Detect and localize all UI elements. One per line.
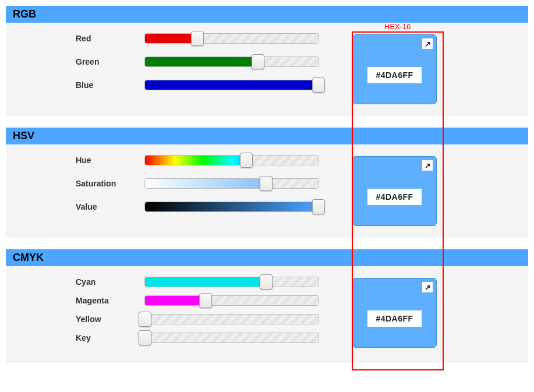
slider-thumb-red[interactable]: [191, 31, 204, 46]
hex-value[interactable]: #4DA6FF: [367, 189, 421, 205]
slider-row-magenta: Magenta: [76, 295, 352, 306]
slider-row-red: Red: [76, 33, 352, 44]
slider-fill-red: [145, 34, 197, 43]
slider-hue[interactable]: [144, 155, 319, 165]
section-title-rgb: RGB: [6, 6, 528, 23]
slider-row-yellow: Yellow: [76, 314, 352, 324]
slider-yellow[interactable]: [144, 314, 319, 324]
slider-magenta[interactable]: [144, 295, 319, 306]
slider-thumb-yellow[interactable]: [139, 312, 151, 327]
slider-thumb-hue[interactable]: [240, 153, 253, 168]
slider-label-hue: Hue: [76, 156, 144, 165]
sliders-col-hsv: HueSaturationValue: [6, 155, 352, 226]
slider-blue[interactable]: [144, 80, 319, 90]
section-body-cmyk: CyanMagentaYellowKey↗#4DA6FF: [6, 266, 528, 351]
swatch-col-rgb: ↗#4DA6FF: [352, 33, 457, 104]
section-body-hsv: HueSaturationValue↗#4DA6FF: [6, 144, 528, 226]
slider-thumb-value[interactable]: [312, 199, 325, 214]
section-rgb: RGBRedGreenBlue↗#4DA6FF: [6, 6, 528, 116]
slider-row-green: Green: [76, 56, 352, 67]
slider-row-saturation: Saturation: [76, 178, 352, 189]
slider-row-cyan: Cyan: [76, 277, 352, 287]
swatch-col-hsv: ↗#4DA6FF: [352, 155, 457, 226]
slider-fill-green: [145, 57, 258, 66]
slider-track: [145, 333, 319, 342]
slider-thumb-magenta[interactable]: [199, 293, 212, 308]
expand-icon[interactable]: ↗: [422, 282, 433, 292]
slider-label-red: Red: [76, 34, 144, 43]
slider-thumb-saturation[interactable]: [260, 176, 273, 191]
slider-thumb-blue[interactable]: [312, 77, 325, 93]
slider-fill-magenta: [145, 296, 206, 305]
slider-label-value: Value: [76, 202, 144, 211]
section-body-rgb: RedGreenBlue↗#4DA6FF: [6, 23, 528, 104]
slider-thumb-green[interactable]: [252, 54, 264, 69]
slider-label-magenta: Magenta: [76, 296, 144, 305]
slider-label-saturation: Saturation: [76, 179, 144, 188]
slider-fill-cyan: [145, 277, 266, 287]
slider-label-green: Green: [76, 57, 144, 66]
slider-row-key: Key: [76, 333, 352, 343]
expand-icon[interactable]: ↗: [422, 38, 433, 49]
color-swatch: ↗#4DA6FF: [352, 278, 437, 348]
slider-key[interactable]: [144, 333, 319, 343]
sliders-col-rgb: RedGreenBlue: [6, 33, 352, 104]
color-swatch: ↗#4DA6FF: [352, 34, 437, 104]
slider-fill-hue: [145, 156, 246, 165]
slider-gradient-value: [145, 202, 319, 211]
color-swatch: ↗#4DA6FF: [352, 156, 437, 226]
slider-fill-saturation: [145, 179, 266, 188]
section-hsv: HSVHueSaturationValue↗#4DA6FF: [6, 128, 528, 238]
slider-row-value: Value: [76, 202, 352, 212]
slider-value[interactable]: [144, 202, 319, 212]
slider-thumb-key[interactable]: [139, 330, 151, 345]
section-title-hsv: HSV: [6, 128, 528, 144]
slider-track: [145, 315, 319, 324]
expand-icon[interactable]: ↗: [422, 160, 433, 171]
swatch-col-cmyk: ↗#4DA6FF: [352, 277, 457, 351]
slider-saturation[interactable]: [144, 178, 319, 189]
hex-value[interactable]: #4DA6FF: [367, 67, 421, 83]
hex-value[interactable]: #4DA6FF: [367, 310, 421, 327]
slider-label-cyan: Cyan: [76, 277, 144, 287]
slider-fill-blue: [145, 80, 319, 90]
slider-row-hue: Hue: [76, 155, 352, 165]
sliders-col-cmyk: CyanMagentaYellowKey: [6, 277, 352, 351]
slider-green[interactable]: [144, 56, 319, 67]
slider-row-blue: Blue: [76, 80, 352, 90]
slider-label-blue: Blue: [76, 80, 144, 90]
slider-cyan[interactable]: [144, 277, 319, 287]
slider-label-key: Key: [76, 333, 144, 342]
slider-thumb-cyan[interactable]: [260, 274, 273, 289]
section-title-cmyk: CMYK: [6, 249, 528, 266]
section-cmyk: CMYKCyanMagentaYellowKey↗#4DA6FF: [6, 249, 528, 363]
slider-label-yellow: Yellow: [76, 315, 144, 324]
slider-red[interactable]: [144, 33, 319, 44]
